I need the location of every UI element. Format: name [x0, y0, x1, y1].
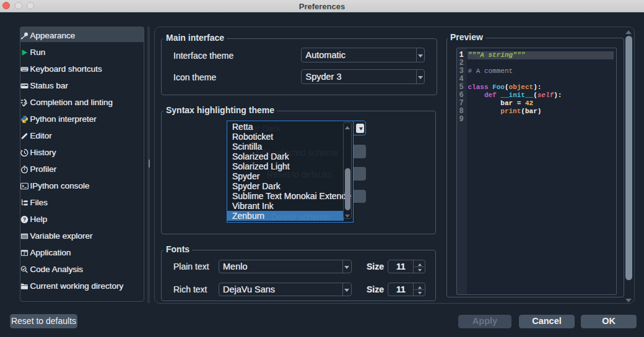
svg-text:?: ? [23, 217, 26, 223]
